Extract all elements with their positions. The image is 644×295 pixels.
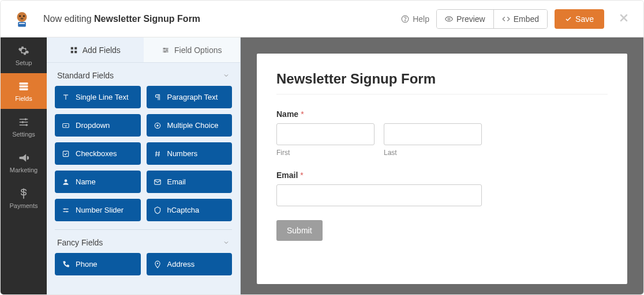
field-number-slider[interactable]: Number Slider [55, 199, 141, 221]
field-phone[interactable]: Phone [55, 253, 141, 275]
field-email[interactable]: Email [147, 171, 233, 193]
main-body: Setup Fields Settings Marketing Payments [1, 37, 643, 294]
svg-point-3 [23, 15, 25, 17]
user-icon [62, 178, 70, 186]
section-head-fancy[interactable]: Fancy Fields [55, 230, 232, 253]
email-label: Email* [276, 171, 608, 180]
field-label: Single Line Text [76, 93, 129, 101]
form-canvas: Newsletter Signup Form Name* First Last [241, 37, 643, 294]
svg-rect-10 [20, 82, 28, 84]
sidenav-label: Setup [16, 59, 32, 66]
email-input[interactable] [276, 184, 482, 206]
sidenav-label: Marketing [10, 167, 38, 173]
embed-button[interactable]: Embed [493, 10, 547, 28]
tab-label: Add Fields [83, 46, 121, 55]
help-label: Help [413, 14, 429, 24]
shield-icon [153, 206, 162, 214]
field-checkboxes[interactable]: Checkboxes [55, 142, 141, 165]
form-card[interactable]: Newsletter Signup Form Name* First Last [257, 54, 627, 284]
form-field-name: Name* First Last [276, 109, 608, 157]
svg-rect-6 [19, 22, 25, 24]
name-label: Name* [276, 109, 608, 119]
svg-rect-26 [63, 151, 68, 156]
sidenav-item-setup[interactable]: Setup [1, 37, 47, 73]
sidenav-label: Fields [15, 95, 32, 102]
field-label: Phone [76, 260, 98, 268]
svg-point-1 [17, 12, 27, 22]
svg-point-13 [25, 118, 27, 120]
first-name-input[interactable] [276, 123, 375, 145]
mail-icon [153, 178, 162, 186]
field-dropdown[interactable]: Dropdown [55, 114, 141, 137]
section-head-standard[interactable]: Standard Fields [55, 63, 232, 86]
last-name-col: Last [384, 123, 482, 157]
form-title: Newsletter Signup Form [276, 71, 608, 94]
chevron-down-icon [223, 72, 230, 79]
field-address[interactable]: Address [147, 253, 233, 275]
topbar: Now editing Newsletter Signup Form Help … [1, 1, 643, 37]
preview-label: Preview [456, 14, 485, 24]
check-icon [565, 16, 572, 22]
gear-icon [18, 45, 29, 56]
save-label: Save [575, 14, 594, 24]
section-title: Standard Fields [57, 71, 114, 80]
svg-rect-5 [18, 22, 26, 27]
slider-icon [62, 206, 70, 214]
svg-point-15 [25, 124, 27, 126]
svg-rect-12 [20, 88, 28, 90]
svg-point-30 [66, 211, 68, 212]
save-button[interactable]: Save [555, 9, 604, 29]
svg-rect-18 [70, 51, 73, 53]
preview-button[interactable]: Preview [437, 10, 493, 28]
label-text: Name [276, 109, 298, 119]
tab-field-options[interactable]: Field Options [144, 37, 241, 62]
tab-add-fields[interactable]: Add Fields [47, 37, 144, 62]
required-mark: * [300, 171, 303, 180]
last-name-input[interactable] [384, 123, 482, 145]
fields-panel: Add Fields Field Options Standard Fields… [47, 37, 241, 294]
last-sublabel: Last [384, 149, 482, 157]
check-icon [62, 150, 70, 158]
field-multiple-choice[interactable]: Multiple Choice [147, 114, 233, 137]
submit-label: Submit [287, 226, 312, 235]
section-title: Fancy Fields [57, 238, 103, 247]
paragraph-icon [153, 93, 162, 101]
pin-icon [153, 260, 162, 268]
sidenav: Setup Fields Settings Marketing Payments [1, 37, 47, 294]
svg-point-21 [166, 49, 167, 50]
svg-rect-17 [74, 47, 77, 49]
field-label: hCaptcha [167, 206, 200, 214]
eye-icon [445, 15, 453, 23]
svg-rect-23 [63, 123, 69, 127]
sidenav-item-payments[interactable]: Payments [1, 180, 47, 216]
submit-button[interactable]: Submit [276, 220, 323, 241]
options-icon [162, 46, 170, 54]
sidenav-item-fields[interactable]: Fields [1, 73, 47, 109]
app-frame: Now editing Newsletter Signup Form Help … [0, 0, 644, 295]
field-hcaptcha[interactable]: hCaptcha [147, 199, 233, 221]
field-single-line-text[interactable]: Single Line Text [55, 86, 141, 108]
svg-point-20 [164, 47, 165, 48]
field-numbers[interactable]: Numbers [147, 142, 233, 165]
required-mark: * [301, 109, 304, 119]
title-prefix: Now editing [43, 14, 92, 24]
standard-fields-grid: Single Line Text Paragraph Text Dropdown… [55, 86, 232, 221]
field-name[interactable]: Name [55, 171, 141, 193]
field-paragraph-text[interactable]: Paragraph Text [147, 86, 233, 108]
sidenav-item-marketing[interactable]: Marketing [1, 145, 47, 180]
panel-scroll[interactable]: Standard Fields Single Line Text Paragra… [47, 63, 240, 294]
svg-point-9 [448, 18, 450, 20]
name-split: First Last [276, 123, 608, 157]
help-link[interactable]: Help [401, 14, 429, 24]
svg-point-22 [164, 51, 166, 52]
text-icon [62, 93, 70, 101]
field-label: Dropdown [76, 121, 110, 130]
field-label: Address [167, 260, 195, 268]
fancy-fields-grid: Phone Address [55, 253, 232, 275]
field-label: Name [76, 177, 96, 186]
svg-point-25 [156, 124, 159, 127]
sidenav-item-settings[interactable]: Settings [1, 109, 47, 145]
svg-rect-11 [20, 85, 28, 87]
close-button[interactable] [616, 10, 632, 28]
bullhorn-icon [18, 152, 29, 164]
